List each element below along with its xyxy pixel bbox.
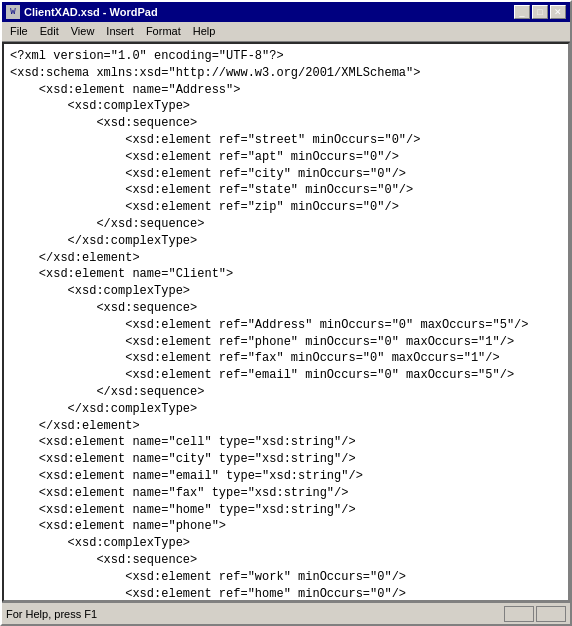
- close-button[interactable]: ✕: [550, 5, 566, 19]
- menu-view[interactable]: View: [65, 24, 101, 39]
- content-area[interactable]: <?xml version="1.0" encoding="UTF-8"?> <…: [2, 42, 570, 602]
- code-content: <?xml version="1.0" encoding="UTF-8"?> <…: [10, 48, 562, 602]
- status-box-1: [504, 606, 534, 622]
- menu-format[interactable]: Format: [140, 24, 187, 39]
- status-box-2: [536, 606, 566, 622]
- maximize-button[interactable]: □: [532, 5, 548, 19]
- title-bar: W ClientXAD.xsd - WordPad _ □ ✕: [2, 2, 570, 22]
- window-title: ClientXAD.xsd - WordPad: [24, 6, 158, 18]
- main-window: W ClientXAD.xsd - WordPad _ □ ✕ File Edi…: [0, 0, 572, 626]
- status-boxes: [504, 606, 566, 622]
- menu-file[interactable]: File: [4, 24, 34, 39]
- title-controls: _ □ ✕: [514, 5, 566, 19]
- menu-bar: File Edit View Insert Format Help: [2, 22, 570, 42]
- status-bar: For Help, press F1: [2, 602, 570, 624]
- menu-insert[interactable]: Insert: [100, 24, 140, 39]
- app-icon: W: [6, 5, 20, 19]
- title-bar-left: W ClientXAD.xsd - WordPad: [6, 5, 158, 19]
- status-text: For Help, press F1: [6, 608, 500, 620]
- menu-edit[interactable]: Edit: [34, 24, 65, 39]
- menu-help[interactable]: Help: [187, 24, 222, 39]
- minimize-button[interactable]: _: [514, 5, 530, 19]
